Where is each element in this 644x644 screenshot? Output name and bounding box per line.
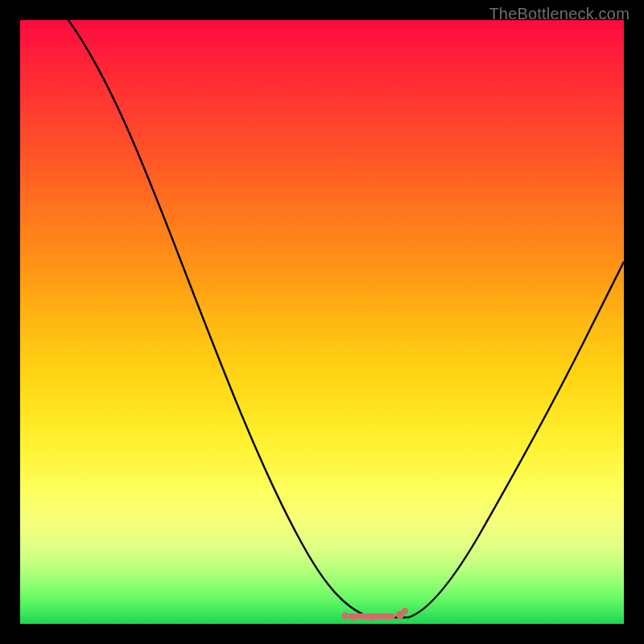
svg-point-6 [369,616,374,621]
svg-point-3 [402,608,408,614]
left-curve-path [68,20,390,617]
svg-point-5 [359,615,364,620]
trough-marker [342,608,409,621]
svg-point-4 [351,616,356,621]
chart-plot-area [20,20,624,624]
chart-svg [20,20,624,624]
svg-point-7 [378,615,383,620]
svg-point-0 [342,613,349,620]
right-curve-path [390,262,624,617]
svg-point-8 [388,615,393,620]
